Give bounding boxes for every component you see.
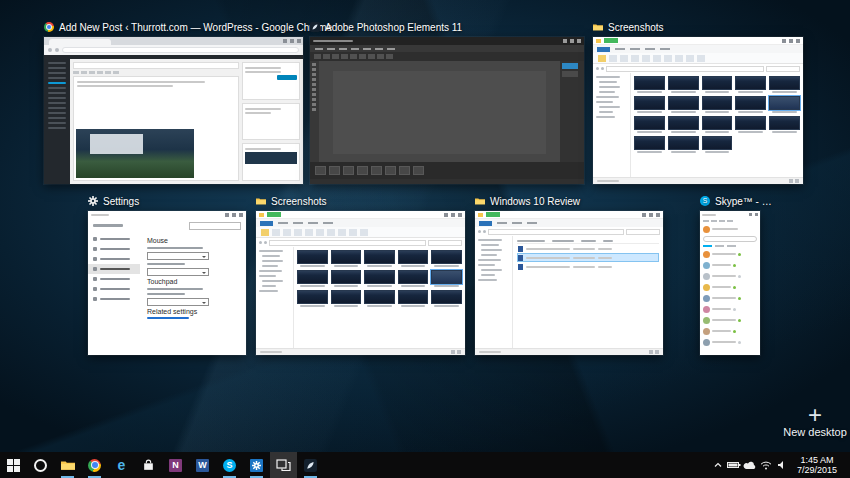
task-view-thumbnail-settings[interactable]: Settings Mouse To	[88, 195, 246, 355]
new-desktop-button[interactable]: + New desktop	[779, 404, 850, 438]
screenshot-thumbnail	[769, 96, 800, 110]
contact-name-line	[712, 286, 731, 288]
presence-dot	[733, 330, 736, 333]
cortana-button[interactable]	[27, 452, 54, 478]
minimize-icon	[225, 213, 229, 217]
settings-nav-item	[88, 244, 140, 254]
contact-row	[703, 326, 757, 336]
date-column-line	[552, 240, 574, 242]
mouse-heading: Mouse	[147, 237, 239, 244]
thumbnail-label: Windows 10 Review	[475, 195, 663, 207]
file-name-line	[705, 131, 730, 133]
explorer-title-bar	[256, 211, 465, 219]
editor-toolbar	[73, 71, 239, 74]
screenshot-tile	[331, 270, 362, 287]
text-line	[245, 148, 281, 150]
close-icon	[755, 213, 758, 216]
post-edit-column	[73, 62, 239, 181]
menu-item-line	[387, 48, 395, 50]
caption-line	[147, 247, 203, 249]
ribbon-tab-line	[278, 222, 288, 224]
hidden-icons-chevron[interactable]	[710, 452, 726, 478]
window-controls	[749, 213, 758, 216]
task-view-thumbnail-windows10-review[interactable]: Windows 10 Review	[475, 195, 663, 355]
menu-item-line	[363, 48, 371, 50]
task-view-thumbnail-wordpress-chrome[interactable]: Add New Post ‹ Thurrott.com — WordPress …	[44, 21, 303, 184]
title-text-line	[91, 214, 109, 216]
screenshot-thumbnail	[735, 76, 766, 90]
avatar	[703, 284, 710, 291]
contact-row	[703, 293, 757, 303]
option-icon	[377, 54, 384, 59]
task-view-icon	[276, 459, 291, 472]
taskbar-skype[interactable]: S	[216, 452, 243, 478]
forward-icon	[55, 48, 59, 52]
title-text-line	[702, 214, 716, 216]
volume-indicator[interactable]	[774, 452, 790, 478]
task-view-button[interactable]	[270, 452, 297, 478]
taskbar-settings[interactable]	[243, 452, 270, 478]
network-indicator[interactable]	[758, 452, 774, 478]
screenshot-tile	[431, 290, 462, 307]
file-type-line	[598, 266, 612, 268]
file-name-line	[334, 305, 359, 307]
screenshot-tile	[634, 136, 665, 153]
document-icon	[518, 255, 523, 261]
onedrive-indicator[interactable]	[742, 452, 758, 478]
photoshop-options-bar	[310, 52, 584, 61]
screenshot-tile	[431, 250, 462, 267]
taskbar-clock[interactable]: 1:45 AM 7/29/2015	[790, 455, 844, 475]
avatar	[703, 226, 710, 233]
taskbar-photoshop-elements[interactable]	[297, 452, 324, 478]
nav-item-icon	[93, 257, 97, 261]
wordpress-window-preview	[44, 37, 303, 184]
option-icon	[314, 54, 321, 59]
taskbar-onenote[interactable]: N	[162, 452, 189, 478]
file-type-line	[598, 248, 612, 250]
nav-item-line	[259, 250, 283, 252]
settings-nav-item	[88, 294, 140, 304]
taskbar-store[interactable]	[135, 452, 162, 478]
nav-item-icon	[93, 247, 97, 251]
file-name-line	[738, 111, 763, 113]
taskbar-chrome[interactable]	[81, 452, 108, 478]
screenshot-tile	[702, 76, 733, 93]
screenshot-tile	[398, 250, 429, 267]
new-desktop-label: New desktop	[779, 426, 850, 438]
post-inline-image	[76, 129, 194, 178]
wordpress-sidebar	[44, 59, 70, 184]
taskbar-edge[interactable]: e	[108, 452, 135, 478]
photoshop-menu-bar	[310, 45, 584, 52]
bin-thumbnail	[385, 166, 396, 175]
contact-row	[703, 282, 757, 292]
taskbar-word[interactable]: W	[189, 452, 216, 478]
taskbar-file-explorer[interactable]	[54, 452, 81, 478]
sidebar-menu-item	[48, 127, 66, 129]
tool-icon	[312, 98, 316, 101]
ribbon-tabs	[256, 219, 465, 227]
start-button[interactable]	[0, 452, 27, 478]
task-view-thumbnail-photoshop[interactable]: Adobe Photoshop Elements 11	[310, 21, 584, 184]
avatar	[703, 339, 710, 346]
nav-item-line	[481, 274, 495, 276]
nav-item-line	[100, 248, 130, 250]
contact-name-line	[712, 341, 736, 343]
thumb-view-icon	[655, 350, 659, 354]
task-view-thumbnail-skype[interactable]: S Skype™ - …	[700, 195, 760, 355]
file-name-line	[637, 91, 662, 93]
task-view-thumbnail-screenshots-top[interactable]: Screenshots	[593, 21, 803, 184]
screenshot-thumbnail	[431, 290, 462, 304]
presence-dot	[738, 275, 741, 278]
menu-item-line	[351, 48, 359, 50]
battery-indicator[interactable]	[726, 452, 742, 478]
word-icon: W	[196, 459, 209, 472]
tool-icon	[312, 103, 316, 106]
thumbnail-title: Add New Post ‹ Thurrott.com — WordPress …	[59, 22, 332, 33]
tool-icon	[312, 93, 316, 96]
text-line	[77, 81, 205, 83]
nav-item-icon	[93, 267, 97, 271]
maximize-icon	[789, 39, 793, 43]
task-view-thumbnail-screenshots-bottom[interactable]: Screenshots	[256, 195, 465, 355]
thumb-view-icon	[457, 350, 461, 354]
speaker-icon	[777, 460, 787, 470]
